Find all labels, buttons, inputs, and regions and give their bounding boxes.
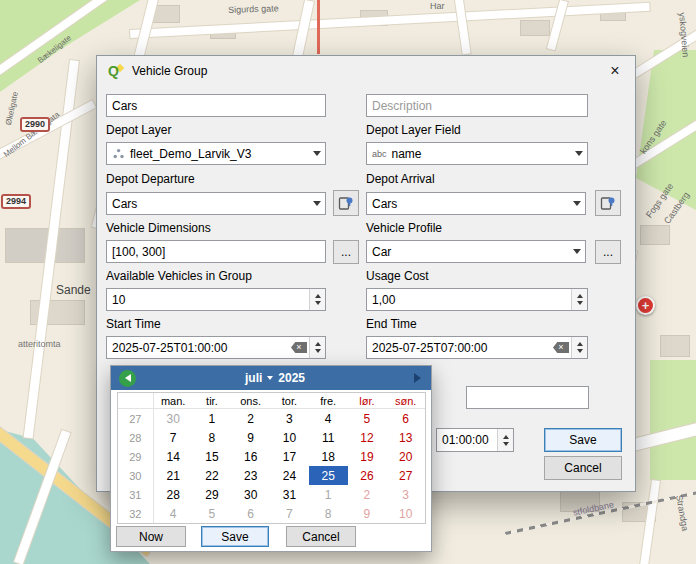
start-time-input[interactable]: 2025-07-25T01:00:00 × [106,336,326,359]
calendar-day[interactable]: 26 [348,466,387,485]
pick-on-map-icon [600,195,616,211]
calendar-day[interactable]: 16 [231,447,270,466]
usage-cost-spinbox[interactable]: 1,00 [366,288,588,311]
calendar-day[interactable]: 23 [231,466,270,485]
next-month-icon[interactable] [414,373,421,383]
calendar-day[interactable]: 9 [231,428,270,447]
spin-down-icon[interactable] [577,301,583,305]
calendar-day-header: tir. [193,395,232,407]
spin-down-icon[interactable] [503,442,509,446]
calendar-day[interactable]: 5 [193,504,232,523]
calendar-day[interactable]: 30 [231,485,270,504]
clear-icon[interactable]: × [553,342,569,353]
spin-down-icon[interactable] [315,349,321,353]
calendar-day[interactable]: 8 [193,428,232,447]
now-button[interactable]: Now [116,526,186,547]
calendar-cancel-label: Cancel [302,530,339,544]
available-vehicles-spinbox[interactable]: 10 [106,288,326,311]
road-shield: 2990 [20,117,50,132]
calendar-day-headers: man.tir.ons.tor.fre.lør.søn. [118,393,425,409]
calendar-day[interactable]: 20 [386,447,425,466]
spin-up-icon[interactable] [315,342,321,346]
qgis-logo-icon: Q [107,63,123,79]
calendar-day[interactable]: 10 [386,504,425,523]
spin-up-icon[interactable] [577,342,583,346]
calendar-day[interactable]: 3 [386,485,425,504]
calendar-day[interactable]: 31 [270,485,309,504]
end-time-input[interactable]: 2025-07-25T07:00:00 × [366,336,588,359]
calendar-day[interactable]: 29 [193,485,232,504]
browse-button-label: ... [603,245,613,259]
depot-departure-value: Cars [112,197,137,211]
start-time-label: Start Time [106,317,161,331]
calendar-cancel-button[interactable]: Cancel [286,526,356,547]
route-line [317,0,320,54]
calendar-day[interactable]: 17 [270,447,309,466]
spin-down-icon[interactable] [577,349,583,353]
calendar-day[interactable]: 30 [154,409,193,428]
calendar-day[interactable]: 5 [348,409,387,428]
time-edit[interactable]: 01:00:00 [436,428,514,452]
spin-up-icon[interactable] [503,435,509,439]
depot-departure-combo[interactable]: Cars [106,192,326,215]
vehicle-dimensions-browse-button[interactable]: ... [333,240,359,264]
calendar-day[interactable]: 19 [348,447,387,466]
calendar-day[interactable]: 9 [348,504,387,523]
calendar-day[interactable]: 4 [154,504,193,523]
calendar-day[interactable]: 14 [154,447,193,466]
vehicle-dimensions-input[interactable]: [100, 300] [106,240,326,263]
pick-arrival-on-map-button[interactable] [595,190,621,216]
calendar-day-header: lør. [348,395,387,407]
cancel-button-label: Cancel [564,461,601,475]
calendar-day[interactable]: 3 [270,409,309,428]
window-title: Vehicle Group [132,64,207,78]
calendar-week-number: 27 [118,409,154,428]
calendar-day[interactable]: 2 [348,485,387,504]
calendar-year[interactable]: 2025 [278,371,305,385]
map-street-label: atteritomta [18,339,61,349]
close-icon[interactable]: × [605,62,625,80]
calendar-day[interactable]: 18 [309,447,348,466]
calendar-day[interactable]: 21 [154,466,193,485]
calendar-day[interactable]: 12 [348,428,387,447]
calendar-day[interactable]: 15 [193,447,232,466]
calendar-day[interactable]: 4 [309,409,348,428]
calendar-month-dropdown[interactable]: juli [245,371,262,385]
save-button[interactable]: Save [544,428,622,452]
calendar-day[interactable]: 11 [309,428,348,447]
road-shield: 2994 [1,194,31,209]
calendar-day[interactable]: 6 [231,504,270,523]
calendar-day[interactable]: 1 [309,485,348,504]
calendar-day[interactable]: 27 [386,466,425,485]
calendar-day[interactable]: 2 [231,409,270,428]
depot-layer-field-combo[interactable]: abc name [366,142,588,165]
previous-month-icon[interactable] [119,370,136,387]
spin-up-icon[interactable] [577,294,583,298]
depot-arrival-combo[interactable]: Cars [366,192,586,215]
partially-hidden-field[interactable] [466,386,589,409]
calendar-day[interactable]: 6 [386,409,425,428]
calendar-day[interactable]: 1 [193,409,232,428]
vehicle-profile-combo[interactable]: Car [366,240,586,263]
spin-down-icon[interactable] [315,301,321,305]
cancel-button[interactable]: Cancel [544,456,622,480]
group-name-input[interactable]: Cars [106,94,326,117]
calendar-save-button[interactable]: Save [201,526,269,547]
vehicle-profile-browse-button[interactable]: ... [595,240,621,264]
depot-layer-combo[interactable]: fleet_Demo_Larvik_V3 [106,142,326,165]
calendar-day[interactable]: 10 [270,428,309,447]
pick-departure-on-map-button[interactable] [333,190,359,216]
calendar-day[interactable]: 13 [386,428,425,447]
calendar-day[interactable]: 25 [309,466,348,485]
calendar-day[interactable]: 28 [154,485,193,504]
available-vehicles-value: 10 [112,293,125,307]
calendar-day[interactable]: 8 [309,504,348,523]
calendar-day[interactable]: 7 [270,504,309,523]
calendar-day[interactable]: 7 [154,428,193,447]
title-bar[interactable]: Q Vehicle Group × [97,56,635,86]
calendar-day[interactable]: 24 [270,466,309,485]
clear-icon[interactable]: × [291,342,307,353]
calendar-day[interactable]: 22 [193,466,232,485]
description-input[interactable]: Description [366,94,588,117]
spin-up-icon[interactable] [315,294,321,298]
